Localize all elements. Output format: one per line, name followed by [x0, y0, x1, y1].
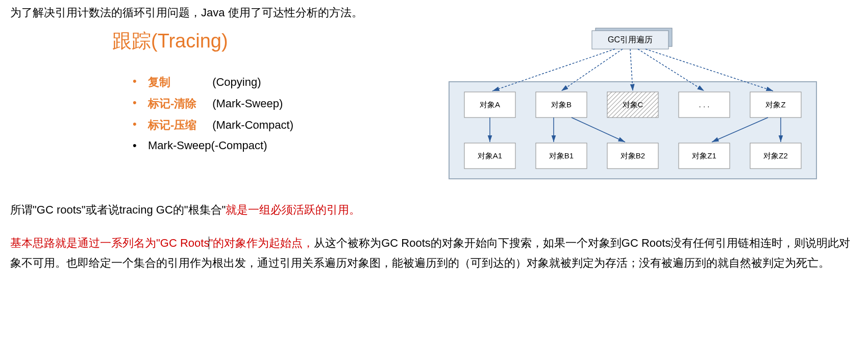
- para2-red2: "的对象作为起始点，: [209, 237, 314, 249]
- bullet-list: 复制 (Copying) 标记-清除 (Mark-Sweep) 标记-压缩 (M…: [112, 75, 424, 152]
- paragraph-basic-idea: 基本思路就是通过一系列名为"GC Roots"的对象作为起始点，从这个被称为GC…: [10, 233, 858, 273]
- bullet-mark-compact: 标记-压缩 (Mark-Compact): [133, 118, 424, 133]
- bullet-bold: 标记-压缩: [148, 118, 209, 133]
- tracing-title: 跟踪(Tracing): [112, 28, 424, 54]
- para1-part1: 所谓"GC roots"或者说tracing GC的"根集合": [10, 203, 226, 216]
- gc-diagram: GC引用遍历 对象A 对象B 对象C . . . 对象Z 对象A1 对象B1 对…: [444, 26, 822, 184]
- para2-red1: 基本思路就是通过一系列名为"GC Roots: [10, 237, 209, 249]
- main-row: 跟踪(Tracing) 复制 (Copying) 标记-清除 (Mark-Swe…: [10, 26, 858, 187]
- right-column: GC引用遍历 对象A 对象B 对象C . . . 对象Z 对象A1 对象B1 对…: [444, 26, 822, 187]
- box-b1: 对象B1: [549, 151, 574, 160]
- box-a1: 对象A1: [478, 151, 502, 160]
- box-dots: . . .: [699, 100, 710, 109]
- box-a: 对象A: [480, 100, 500, 109]
- bullet-bold: 标记-清除: [148, 96, 209, 111]
- bullet-paren: (Mark-Compact): [212, 119, 293, 131]
- box-z1: 对象Z1: [692, 151, 716, 160]
- intro-text: 为了解决引用计数法的循环引用问题，Java 使用了可达性分析的方法。: [10, 5, 858, 20]
- bullet-mark-sweep: 标记-清除 (Mark-Sweep): [133, 96, 424, 111]
- bullet-paren: (Mark-Sweep): [212, 97, 283, 110]
- bullet-mark-sweep-compact: Mark-Sweep(-Compact): [133, 139, 424, 152]
- box-b: 对象B: [551, 100, 572, 109]
- paragraph-gc-roots-def: 所谓"GC roots"或者说tracing GC的"根集合"就是一组必须活跃的…: [10, 200, 858, 220]
- box-z: 对象Z: [765, 100, 785, 109]
- diagram-root-label: GC引用遍历: [608, 35, 653, 44]
- bullet-paren: Mark-Sweep(-Compact): [148, 139, 267, 152]
- bullet-paren: (Copying): [212, 76, 261, 88]
- box-z2: 对象Z2: [763, 151, 788, 160]
- bullet-bold: 复制: [148, 75, 209, 90]
- para1-red: 就是一组必须活跃的引用。: [226, 203, 360, 216]
- box-b2: 对象B2: [621, 151, 645, 160]
- box-c: 对象C: [623, 100, 643, 109]
- bullet-copying: 复制 (Copying): [133, 75, 424, 90]
- left-column: 跟踪(Tracing) 复制 (Copying) 标记-清除 (Mark-Swe…: [10, 26, 424, 158]
